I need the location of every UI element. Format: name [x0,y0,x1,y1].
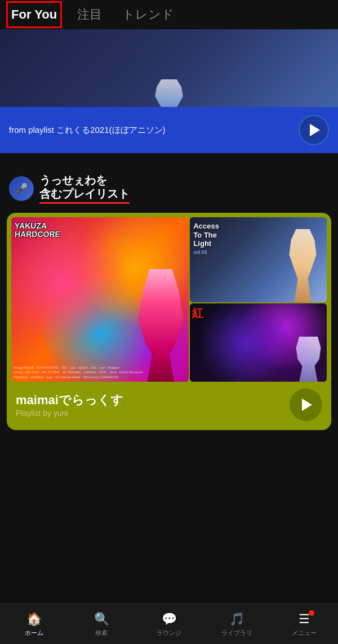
menu-badge [309,610,314,616]
hero-footer: from playlist これくる2021(ほぼアニソン) [0,107,338,153]
playlist-right-col: AccessTo TheLight vol.55 紅 [190,217,327,382]
section-title-wrap: うっせぇわを 含むプレイリスト [39,173,130,204]
play-icon-card [302,399,312,411]
nav-spacer [0,439,338,484]
hero-play-button[interactable] [299,115,329,145]
playlist-top-right-image: AccessTo TheLight vol.55 [190,217,327,302]
album-title-overlay: YAKUZAHARDCORE [15,222,60,239]
nav-search-label: 検索 [95,629,108,637]
playlist-card[interactable]: YAKUZAHARDCORE RoughThatch · DJ IKKODATE… [7,213,331,430]
lounge-icon: 💬 [161,611,177,627]
playlist-by: Playlist by yuni [16,409,123,418]
tab-bar: For You 注目 トレンド [0,0,338,29]
tab-featured[interactable]: 注目 [75,3,104,26]
nav-lounge[interactable]: 💬 ラウンジ [135,608,203,641]
playlist-footer: maimaiでらっくす Playlist by yuni [7,382,331,421]
playlist-play-button[interactable] [290,388,322,421]
play-icon [310,124,320,136]
nav-home[interactable]: 🏠 ホーム [0,608,68,641]
section-title-line1: うっせぇわを [39,174,107,186]
playlist-bottom-right-image: 紅 [190,303,327,382]
tab-for-you[interactable]: For You [9,4,59,25]
section-gap-1 [0,153,338,167]
nav-menu[interactable]: ☰ メニュー [270,608,338,641]
menu-icon: ☰ [296,611,312,627]
playlist-images: YAKUZAHARDCORE RoughThatch · DJ IKKODATE… [7,213,331,382]
section-header: 🎤 うっせぇわを 含むプレイリスト [0,167,338,208]
avatar: 🎤 [9,176,34,201]
playlist-main-image: YAKUZAHARDCORE RoughThatch · DJ IKKODATE… [11,217,189,382]
playlist-name: maimaiでらっくす [16,392,123,409]
nav-library[interactable]: 🎵 ライブラリ [203,608,270,641]
tab-trending[interactable]: トレンド [120,3,176,26]
home-icon: 🏠 [26,611,42,627]
red-kanji: 紅 [192,306,203,321]
search-icon: 🔍 [94,611,109,627]
nav-library-label: ライブラリ [221,629,252,637]
library-icon: 🎵 [229,611,244,627]
nav-search[interactable]: 🔍 検索 [68,608,135,641]
playlist-info: maimaiでらっくす Playlist by yuni [16,392,123,418]
bottom-nav: 🏠 ホーム 🔍 検索 💬 ラウンジ 🎵 ライブラリ ☰ メニュー [0,603,338,644]
avatar-emoji: 🎤 [15,182,28,195]
section-title: うっせぇわを 含むプレイリスト [39,173,130,204]
access-sub: vol.55 [193,249,219,255]
nav-menu-label: メニュー [292,629,317,637]
hero-banner: 理芽 from playlist これくる2021(ほぼアニソン) [0,29,338,153]
hero-playlist-text: from playlist これくる2021(ほぼアニソン) [9,125,166,136]
section-title-line2: 含むプレイリスト [39,187,130,200]
access-title: AccessTo TheLight [193,222,219,248]
nav-home-label: ホーム [25,629,43,637]
nav-lounge-label: ラウンジ [157,629,181,637]
